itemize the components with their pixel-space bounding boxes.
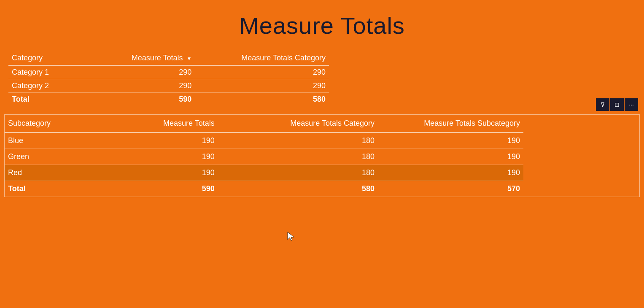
top-table: Category Measure Totals ▼ Measure Totals… [8, 52, 329, 106]
page-title: Measure Totals [0, 0, 644, 52]
cell-mtc-cat1: 290 [195, 65, 329, 79]
cell-total-mt: 590 [70, 93, 195, 106]
filter-button[interactable]: ⊽ [596, 98, 609, 111]
expand-button[interactable]: ⊡ [610, 98, 624, 111]
col-label-subcategory: Subcategory [8, 119, 51, 127]
more-options-button[interactable]: ··· [625, 98, 638, 111]
col-label-bt-subcat: Measure Totals Subcategory [424, 119, 520, 127]
cell-mts-blue: 190 [378, 132, 523, 149]
cursor-indicator [287, 231, 295, 241]
bottom-col-measure-totals-subcategory[interactable]: Measure Totals Subcategory [378, 115, 523, 132]
col-label-category: Category [12, 54, 43, 62]
bottom-col-subcategory[interactable]: Subcategory [5, 115, 82, 132]
bottom-col-measure-totals-category[interactable]: Measure Totals Category [218, 115, 378, 132]
bottom-table: Subcategory Measure Totals Measure Total… [5, 115, 523, 197]
more-icon: ··· [629, 101, 634, 108]
cell-bt-total-mts: 570 [378, 181, 523, 197]
col-label-measure-totals: Measure Totals [132, 54, 183, 62]
toolbar-icons: ⊽ ⊡ ··· [596, 98, 638, 111]
table-row-highlighted: Red 190 180 190 [5, 165, 523, 181]
top-table-total-row: Total 590 580 [8, 93, 329, 106]
top-table-col-category[interactable]: Category [8, 52, 70, 65]
cell-category-1: Category 1 [8, 65, 70, 79]
cell-mt-blue: 190 [82, 132, 218, 149]
cell-mt-cat2: 290 [70, 79, 195, 93]
expand-icon: ⊡ [614, 101, 620, 108]
table-row: Category 1 290 290 [8, 65, 329, 79]
cell-mtc-green: 180 [218, 149, 378, 165]
cell-mt-green: 190 [82, 149, 218, 165]
col-label-bt-cat: Measure Totals Category [290, 119, 375, 127]
sort-desc-icon: ▼ [186, 56, 191, 62]
cell-mts-green: 190 [378, 149, 523, 165]
cell-subcat-green: Green [5, 149, 82, 165]
cell-bt-total-mt: 590 [82, 181, 218, 197]
top-table-col-measure-totals[interactable]: Measure Totals ▼ [70, 52, 195, 65]
bottom-col-measure-totals[interactable]: Measure Totals [82, 115, 218, 132]
cell-mt-red: 190 [82, 165, 218, 181]
cell-bt-total-label: Total [5, 181, 82, 197]
table-row: Blue 190 180 190 [5, 132, 523, 149]
top-table-container: Category Measure Totals ▼ Measure Totals… [4, 52, 640, 106]
cell-total-mtc: 580 [195, 93, 329, 106]
cell-mtc-cat2: 290 [195, 79, 329, 93]
col-label-bt-measure: Measure Totals [163, 119, 215, 127]
cell-mtc-red: 180 [218, 165, 378, 181]
bottom-table-total-row: Total 590 580 570 [5, 181, 523, 197]
cell-category-2: Category 2 [8, 79, 70, 93]
bottom-table-border: Subcategory Measure Totals Measure Total… [4, 114, 640, 197]
cell-bt-total-mtc: 580 [218, 181, 378, 197]
table-row: Green 190 180 190 [5, 149, 523, 165]
col-label-measure-totals-category: Measure Totals Category [241, 54, 326, 62]
cell-total-label: Total [8, 93, 70, 106]
cell-mts-red: 190 [378, 165, 523, 181]
filter-icon: ⊽ [601, 101, 605, 108]
cell-subcat-blue: Blue [5, 132, 82, 149]
cell-mt-cat1: 290 [70, 65, 195, 79]
cell-mtc-blue: 180 [218, 132, 378, 149]
cell-subcat-red: Red [5, 165, 82, 181]
bottom-table-wrapper: ⊽ ⊡ ··· Subcategory Measure Totals Measu… [4, 114, 640, 197]
top-table-col-measure-totals-category[interactable]: Measure Totals Category [195, 52, 329, 65]
table-row: Category 2 290 290 [8, 79, 329, 93]
